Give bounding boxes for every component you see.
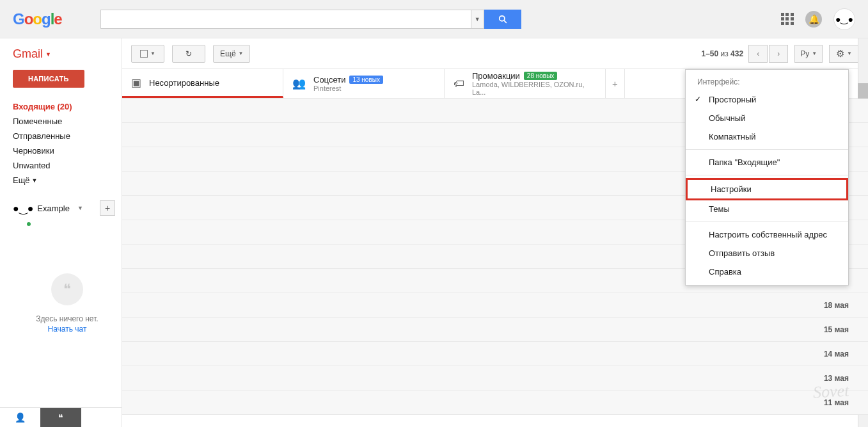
menu-themes[interactable]: Темы [686, 200, 848, 218]
tab-social-sub: Pinterest [313, 85, 383, 92]
prev-page-button[interactable]: ‹ [748, 45, 768, 63]
start-chat-link[interactable]: Начать чат [13, 325, 122, 334]
next-page-button[interactable]: › [769, 45, 788, 63]
row-date: 18 мая [824, 301, 849, 310]
hangout-empty-text: Здесь ничего нет. [13, 314, 122, 323]
row-date: 14 мая [824, 350, 849, 359]
chevron-down-icon: ▼ [847, 51, 852, 56]
google-logo[interactable]: Google [13, 10, 62, 28]
svg-point-0 [499, 15, 504, 20]
hangout-empty: ❝ Здесь ничего нет. Начать чат [13, 273, 122, 334]
chat-section: ●‿● Example ▼ + [13, 200, 122, 216]
header-right: 🔔 ●‿● [781, 8, 855, 30]
email-row[interactable]: 18 мая [122, 293, 868, 318]
add-tab-button[interactable]: + [606, 69, 625, 98]
more-button[interactable]: Ещё ▼ [213, 45, 250, 63]
notifications-icon[interactable]: 🔔 [805, 11, 822, 28]
tab-social[interactable]: 👥 Соцсети 13 новых Pinterest [283, 69, 445, 98]
nav-more-label: Ещё [13, 175, 30, 185]
presence-icon: ●‿● [13, 202, 33, 214]
menu-separator [686, 149, 848, 150]
contacts-tab[interactable]: 👤 [0, 408, 40, 427]
menu-spacious[interactable]: Просторный [686, 90, 848, 109]
content: ▼ ↻ Ещё ▼ 1–50 из 432 ‹ › Ру ▼ [122, 38, 868, 427]
tab-social-label: Соцсети [313, 75, 345, 85]
input-lang-button[interactable]: Ру ▼ [794, 45, 823, 63]
chevron-down-icon[interactable]: ▼ [77, 205, 83, 211]
phone-tab[interactable] [81, 408, 122, 427]
menu-feedback[interactable]: Отправить отзыв [686, 244, 848, 262]
search-dropdown[interactable]: ▼ [471, 10, 484, 29]
nav-drafts[interactable]: Черновики [13, 143, 122, 158]
email-row[interactable]: 14 мая [122, 342, 868, 366]
menu-inbox-folder[interactable]: Папка "Входящие" [686, 153, 848, 172]
checkbox-icon [140, 50, 148, 58]
search-button[interactable] [484, 10, 521, 29]
svg-line-1 [503, 20, 506, 22]
nav-more[interactable]: Ещё ▼ [13, 173, 122, 188]
nav-unwanted[interactable]: Unwanted [13, 158, 122, 173]
watermark: Sovet [812, 382, 849, 403]
apps-icon[interactable] [781, 13, 794, 26]
settings-gear-button[interactable]: ⚙ ▼ [829, 45, 859, 63]
nav-inbox[interactable]: Входящие (20) [13, 99, 122, 114]
lang-label: Ру [800, 49, 809, 58]
search-wrap: ▼ [100, 10, 521, 29]
avatar[interactable]: ●‿● [833, 8, 855, 30]
tab-primary[interactable]: ▣ Несортированные [122, 69, 283, 98]
tab-promo-badge: 28 новых [524, 72, 558, 80]
toolbar: ▼ ↻ Ещё ▼ 1–50 из 432 ‹ › Ру ▼ [122, 38, 868, 69]
gmail-text: Gmail [13, 47, 43, 61]
main: Gmail ▼ НАПИСАТЬ Входящие (20) Помеченны… [0, 38, 868, 427]
header: Google ▼ 🔔 ●‿● [0, 0, 868, 38]
tag-icon: 🏷 [454, 77, 464, 90]
email-row[interactable]: 13 мая [122, 366, 868, 391]
search-icon [498, 15, 507, 24]
settings-menu: Интерфейс: Просторный Обычный Компактный… [685, 69, 849, 286]
tab-promo-label: Промоакции [472, 71, 520, 81]
page-text: 1–50 из 432 [702, 49, 744, 58]
refresh-button[interactable]: ↻ [172, 45, 205, 63]
menu-custom-address[interactable]: Настроить собственный адрес [686, 225, 848, 244]
row-date: 15 мая [824, 325, 849, 334]
tab-primary-label: Несортированные [149, 78, 219, 88]
search-input[interactable] [100, 10, 471, 29]
gear-icon: ⚙ [836, 48, 844, 60]
chevron-down-icon: ▼ [32, 177, 38, 184]
presence-dot-icon [27, 222, 31, 226]
nav-starred[interactable]: Помеченные [13, 114, 122, 129]
gmail-label[interactable]: Gmail ▼ [13, 47, 122, 61]
chevron-down-icon: ▼ [45, 51, 51, 58]
people-icon: 👥 [292, 77, 306, 90]
menu-normal[interactable]: Обычный [686, 109, 848, 127]
hangouts-tab[interactable]: ❝ [40, 408, 81, 427]
menu-header: Интерфейс: [686, 74, 848, 90]
sidebar: Gmail ▼ НАПИСАТЬ Входящие (20) Помеченны… [0, 38, 122, 427]
hangout-icon: ❝ [51, 273, 83, 305]
tab-social-badge: 13 новых [349, 76, 383, 84]
refresh-icon: ↻ [185, 49, 192, 58]
add-chat-button[interactable]: + [100, 200, 115, 216]
pagination: 1–50 из 432 ‹ › Ру ▼ ⚙ ▼ [702, 45, 860, 63]
tab-promo-sub: Lamoda, WILDBERRIES, OZON.ru, La... [472, 81, 596, 96]
chevron-down-icon: ▼ [812, 51, 817, 56]
menu-compact[interactable]: Компактный [686, 127, 848, 146]
email-row[interactable]: 11 мая [122, 391, 868, 415]
menu-help[interactable]: Справка [686, 262, 848, 281]
more-label: Ещё [220, 49, 236, 58]
menu-separator [686, 222, 848, 222]
select-all-button[interactable]: ▼ [131, 45, 164, 63]
email-row[interactable]: 15 мая [122, 318, 868, 342]
inbox-icon: ▣ [131, 76, 141, 90]
chat-name[interactable]: Example [37, 204, 70, 213]
menu-separator [686, 175, 848, 175]
chevron-down-icon: ▼ [239, 51, 244, 56]
chevron-down-icon: ▼ [150, 51, 155, 56]
sidebar-footer: 👤 ❝ [0, 407, 122, 427]
compose-button[interactable]: НАПИСАТЬ [13, 70, 84, 88]
tab-promotions[interactable]: 🏷 Промоакции 28 новых Lamoda, WILDBERRIE… [445, 69, 606, 98]
nav-sent[interactable]: Отправленные [13, 129, 122, 143]
menu-settings[interactable]: Настройки [686, 178, 848, 200]
